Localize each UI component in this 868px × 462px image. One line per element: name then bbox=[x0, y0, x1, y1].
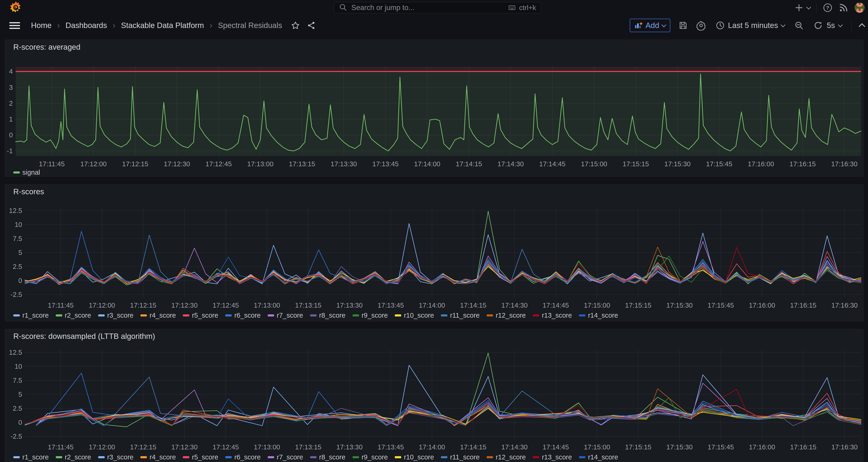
x-tick-label: 17:13:30 bbox=[336, 443, 363, 451]
x-tick-label: 17:11:45 bbox=[39, 160, 65, 168]
zoom-out-button[interactable] bbox=[794, 21, 804, 30]
gear-icon bbox=[696, 20, 706, 31]
legend-item-r4_score[interactable]: r4_score bbox=[141, 453, 176, 461]
x-tick-label: 17:15:30 bbox=[666, 302, 693, 309]
legend-item-r11_score[interactable]: r11_score bbox=[441, 453, 479, 461]
news-button[interactable] bbox=[839, 3, 848, 12]
x-tick-label: 17:14:30 bbox=[498, 160, 524, 168]
add-panel-button[interactable]: Add bbox=[630, 19, 670, 32]
legend-item-r1_score[interactable]: r1_score bbox=[13, 312, 49, 319]
legend-item-r2_score[interactable]: r2_score bbox=[56, 312, 91, 319]
legend-item-r6_score[interactable]: r6_score bbox=[225, 453, 261, 461]
x-tick-label: 17:15:45 bbox=[708, 443, 734, 451]
legend-color-dash bbox=[533, 456, 539, 458]
grafana-logo-icon[interactable] bbox=[9, 1, 23, 15]
breadcrumb-home[interactable]: Home bbox=[31, 21, 52, 30]
y-tick-label: 7.5 bbox=[13, 377, 22, 384]
legend-item-r7_score[interactable]: r7_score bbox=[268, 453, 303, 461]
help-button[interactable]: ? bbox=[823, 3, 833, 12]
x-tick-label: 17:14:45 bbox=[539, 160, 566, 168]
legend-item-r12_score[interactable]: r12_score bbox=[487, 453, 526, 461]
menu-toggle[interactable] bbox=[9, 22, 20, 29]
global-search: ctrl+k bbox=[334, 2, 541, 13]
legend-item-r8_score[interactable]: r8_score bbox=[310, 312, 345, 319]
time-range-picker[interactable]: Last 5 minutes bbox=[714, 21, 786, 30]
legend-item-r4_score[interactable]: r4_score bbox=[141, 312, 176, 319]
legend-color-dash bbox=[13, 314, 20, 316]
legend-item-r13_score[interactable]: r13_score bbox=[533, 312, 572, 319]
legend-item-r8_score[interactable]: r8_score bbox=[310, 453, 345, 461]
x-tick-label: 17:15:15 bbox=[625, 443, 651, 451]
breadcrumb-separator: › bbox=[57, 21, 60, 30]
legend-item-r13_score[interactable]: r13_score bbox=[533, 453, 572, 461]
x-tick-label: 17:14:45 bbox=[542, 302, 569, 309]
legend-item-r9_score[interactable]: r9_score bbox=[352, 453, 388, 461]
legend-item-r14_score[interactable]: r14_score bbox=[579, 312, 618, 319]
panel-r-scores-downsampled: R-scores: downsampled (LTTB algorithm) 1… bbox=[5, 329, 864, 462]
legend-item-r14_score[interactable]: r14_score bbox=[579, 453, 618, 461]
top-nav-bar: ctrl+k ? bbox=[0, 0, 868, 16]
chevron-down-icon bbox=[806, 5, 811, 9]
time-series-plot[interactable]: 43210-117:11:4517:12:0017:12:1517:12:301… bbox=[5, 40, 864, 177]
legend-label: r6_score bbox=[234, 312, 261, 319]
chart-legend: r1_scorer2_scorer3_scorer4_scorer5_score… bbox=[13, 453, 618, 461]
share-icon bbox=[307, 21, 316, 30]
legend-item-r6_score[interactable]: r6_score bbox=[225, 312, 261, 319]
legend-item-r10_score[interactable]: r10_score bbox=[395, 312, 434, 319]
legend-label: r9_score bbox=[362, 312, 388, 319]
legend-item-r5_score[interactable]: r5_score bbox=[183, 312, 218, 319]
y-tick-label: -1 bbox=[7, 147, 13, 155]
legend-color-dash bbox=[141, 314, 147, 316]
legend-item-signal[interactable]: signal bbox=[13, 168, 40, 176]
legend-item-r2_score[interactable]: r2_score bbox=[56, 453, 91, 461]
save-dashboard-button[interactable] bbox=[678, 21, 688, 30]
x-tick-label: 17:15:00 bbox=[584, 443, 610, 451]
legend-color-dash bbox=[310, 456, 317, 458]
time-series-plot[interactable]: 12.5107.552.50-2.517:11:4517:12:0017:12:… bbox=[5, 329, 864, 462]
search-input[interactable] bbox=[351, 3, 507, 12]
x-tick-label: 17:14:30 bbox=[501, 302, 528, 309]
legend-item-r5_score[interactable]: r5_score bbox=[183, 453, 218, 461]
breadcrumb-folder[interactable]: Stackable Data Platform bbox=[121, 21, 204, 30]
breadcrumb-dashboards[interactable]: Dashboards bbox=[65, 21, 107, 30]
legend-label: r3_score bbox=[107, 453, 133, 461]
legend-color-dash bbox=[225, 456, 232, 458]
favorite-button[interactable] bbox=[291, 21, 300, 30]
legend-color-dash bbox=[225, 314, 232, 316]
chart-legend: signal bbox=[13, 168, 40, 176]
x-tick-label: 17:13:30 bbox=[331, 160, 357, 168]
legend-label: r4_score bbox=[150, 453, 176, 461]
time-series-plot[interactable]: 12.5107.552.50-2.517:11:4517:12:0017:12:… bbox=[5, 184, 864, 321]
refresh-picker[interactable]: 5s bbox=[812, 20, 843, 31]
legend-item-r10_score[interactable]: r10_score bbox=[395, 453, 434, 461]
x-tick-label: 17:13:15 bbox=[295, 443, 321, 451]
collapse-topbar-button[interactable] bbox=[860, 23, 864, 28]
legend-label: signal bbox=[22, 168, 40, 176]
save-icon bbox=[678, 21, 688, 30]
x-tick-label: 17:15:15 bbox=[622, 160, 649, 168]
legend-item-r3_score[interactable]: r3_score bbox=[98, 312, 133, 319]
legend-color-dash bbox=[268, 456, 274, 458]
x-tick-label: 17:14:00 bbox=[419, 302, 445, 309]
x-tick-label: 17:16:30 bbox=[831, 302, 858, 309]
x-tick-label: 17:15:30 bbox=[666, 443, 693, 451]
legend-item-r1_score[interactable]: r1_score bbox=[13, 453, 49, 461]
legend-item-r3_score[interactable]: r3_score bbox=[98, 453, 133, 461]
legend-color-dash bbox=[183, 314, 189, 316]
legend-color-dash bbox=[533, 314, 539, 316]
legend-label: r14_score bbox=[588, 312, 618, 319]
share-button[interactable] bbox=[307, 21, 316, 30]
dashboard-settings-button[interactable] bbox=[696, 20, 706, 31]
search-shortcut: ctrl+k bbox=[507, 4, 536, 12]
new-button[interactable] bbox=[794, 3, 810, 12]
y-tick-label: 12.5 bbox=[9, 207, 22, 214]
legend-color-dash bbox=[441, 456, 447, 458]
legend-item-r12_score[interactable]: r12_score bbox=[487, 312, 526, 319]
legend-item-r9_score[interactable]: r9_score bbox=[352, 312, 388, 319]
legend-item-r11_score[interactable]: r11_score bbox=[441, 312, 479, 319]
legend-item-r7_score[interactable]: r7_score bbox=[268, 312, 303, 319]
user-avatar[interactable] bbox=[855, 3, 865, 13]
x-tick-label: 17:12:30 bbox=[164, 160, 190, 168]
panel-r-scores-averaged: R-scores: averaged 43210-117:11:4517:12:… bbox=[5, 40, 864, 177]
x-tick-label: 17:15:45 bbox=[706, 160, 732, 168]
